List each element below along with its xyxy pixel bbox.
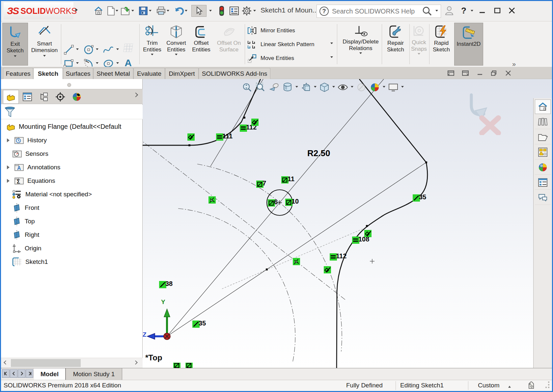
rapid-sketch-button[interactable]: Rapid Sketch (430, 23, 453, 66)
tree-item-top-plane[interactable]: Top (1, 214, 143, 228)
smart-dimension-dropdown-icon[interactable] (43, 55, 46, 58)
tree-item-right-plane[interactable]: Right (1, 228, 143, 241)
graphics-viewport[interactable]: R2.50 111 112 7 11 6 10 35 108 112 38 35… (143, 79, 553, 368)
tab-scroll-first-button[interactable] (2, 369, 10, 378)
relation-badge-parallel[interactable]: 35 (413, 194, 420, 202)
taskpane-home-button[interactable] (535, 99, 551, 114)
print-button[interactable] (155, 5, 167, 17)
tab-feature-tree[interactable] (3, 90, 19, 104)
exit-sketch-dropdown-icon[interactable] (14, 55, 16, 58)
tree-root-item[interactable]: Mounting Flange (Default<<Default (1, 120, 143, 133)
relation-badge-equal[interactable]: 112 (330, 253, 337, 261)
scrollbar-thumb[interactable] (11, 359, 81, 367)
circle-dropdown-icon[interactable] (96, 48, 98, 51)
tab-dimxpert[interactable]: DimXpert (165, 68, 199, 79)
expand-arrow-icon[interactable] (7, 138, 12, 142)
units-selector[interactable]: Custom (478, 382, 499, 389)
login-button[interactable] (444, 6, 455, 15)
options-list-button[interactable] (228, 5, 240, 17)
tree-item-sensors[interactable]: Sensors (1, 147, 143, 160)
minimize-button[interactable] (477, 6, 488, 15)
tab-property-manager[interactable] (19, 90, 35, 104)
panel-expand-icon[interactable] (134, 93, 137, 97)
expand-arrow-icon[interactable] (7, 165, 12, 169)
tab-scroll-left-button[interactable] (10, 369, 17, 378)
help-button[interactable]: ? (458, 6, 469, 15)
trim-dropdown-icon[interactable] (151, 54, 153, 57)
settings-button[interactable] (241, 5, 253, 17)
relation-badge-clipped[interactable] (185, 363, 193, 368)
units-dropdown-icon[interactable] (508, 384, 511, 388)
relation-badge-intersection[interactable] (293, 258, 300, 265)
tab-features[interactable]: Features (3, 68, 33, 79)
open-dropdown-icon[interactable] (131, 10, 134, 13)
arc-dropdown-icon[interactable] (96, 62, 98, 65)
edit-appearance-button[interactable] (356, 82, 367, 93)
exit-sketch-button[interactable]: Exit Sketch (2, 23, 28, 66)
previous-view-button[interactable] (268, 82, 280, 93)
relation-badge-on-edge[interactable]: 11 (281, 176, 289, 183)
tab-scroll-right-button[interactable] (18, 369, 25, 378)
taskpane-view-palette-button[interactable] (535, 145, 551, 159)
relation-badge-on-edge[interactable]: 6 (268, 199, 275, 207)
trim-entities-button[interactable]: Trim Entities (141, 23, 164, 66)
tree-item-annotations[interactable]: A Annotations (1, 160, 143, 174)
tree-item-equations[interactable]: Σ Equations (1, 174, 143, 187)
taskpane-custom-properties-button[interactable] (535, 175, 551, 190)
home-button[interactable] (93, 5, 104, 17)
view-orientation-dropdown-icon[interactable] (314, 86, 317, 89)
tab-sheet-metal[interactable]: Sheet Metal (93, 68, 133, 79)
move-entities-button[interactable]: Move Entities (247, 52, 294, 64)
sketch-grid-tool-button[interactable] (122, 42, 134, 54)
undo-dropdown-icon[interactable] (185, 10, 187, 13)
display-delete-relations-button[interactable]: Display/Delete Relations (339, 23, 382, 66)
line-dropdown-icon[interactable] (76, 48, 79, 51)
relation-badge-equal[interactable]: 112 (240, 125, 247, 132)
scroll-left-icon[interactable] (4, 361, 7, 364)
relation-badge-equal[interactable]: 111 (216, 133, 223, 141)
circle-tool-button[interactable] (83, 44, 95, 56)
scene-dropdown-icon[interactable] (383, 86, 385, 89)
tab-configuration-manager[interactable] (36, 90, 52, 104)
settings-dropdown-icon[interactable] (253, 10, 256, 13)
tree-item-sketch1[interactable]: Sketch1 (1, 255, 143, 268)
convert-dropdown-icon[interactable] (175, 54, 178, 57)
linear-pattern-dropdown-icon[interactable] (330, 42, 333, 45)
tab-dimxpert-manager[interactable] (52, 90, 68, 104)
select-dropdown-icon[interactable] (209, 10, 212, 13)
spline-tool-button[interactable] (102, 44, 114, 56)
tab-surfaces[interactable]: Surfaces (63, 68, 93, 79)
taskpane-appearances-button[interactable] (535, 160, 551, 175)
tab-evaluate[interactable]: Evaluate (133, 68, 165, 79)
tab-display-manager[interactable] (69, 90, 85, 104)
search-input[interactable] (331, 7, 422, 15)
relation-badge-tangent[interactable] (251, 119, 259, 126)
mirror-entities-button[interactable]: Mirror Entities (247, 25, 295, 37)
quick-snaps-button[interactable]: Quick Snaps (409, 23, 429, 66)
relation-badge-parallel[interactable]: 35 (192, 321, 200, 328)
save-button[interactable] (137, 5, 149, 17)
offset-on-surface-button[interactable]: Offset On Surface (214, 23, 243, 66)
ellipse-dropdown-icon[interactable] (116, 62, 119, 65)
tree-item-history[interactable]: History (1, 133, 143, 147)
apply-scene-button[interactable] (369, 82, 380, 93)
display-style-button[interactable] (319, 82, 330, 93)
tab-sketch[interactable]: Sketch (33, 68, 63, 79)
relation-badge-on-edge[interactable]: 7 (256, 181, 263, 188)
smart-dimension-button[interactable]: Smart Dimension (29, 23, 60, 66)
view-orientation-button[interactable] (300, 82, 312, 93)
line-tool-button[interactable] (63, 44, 75, 56)
help-search-box[interactable]: ? (317, 5, 441, 18)
hide-show-dropdown-icon[interactable] (351, 86, 353, 89)
tree-item-front-plane[interactable]: Front (1, 201, 143, 214)
open-button[interactable] (120, 5, 131, 17)
relation-badge-parallel[interactable]: 38 (159, 281, 166, 288)
instant2d-button[interactable]: Instant2D (454, 23, 483, 66)
interference-check-button[interactable] (216, 5, 228, 17)
taskpane-file-explorer-button[interactable] (535, 130, 551, 144)
scroll-right-icon[interactable] (134, 361, 137, 364)
tab-motion-study-1[interactable]: Motion Study 1 (66, 368, 122, 380)
zoom-fit-button[interactable] (241, 82, 253, 93)
tab-scroll-last-button[interactable] (26, 369, 33, 378)
maximize-button[interactable] (492, 6, 503, 15)
